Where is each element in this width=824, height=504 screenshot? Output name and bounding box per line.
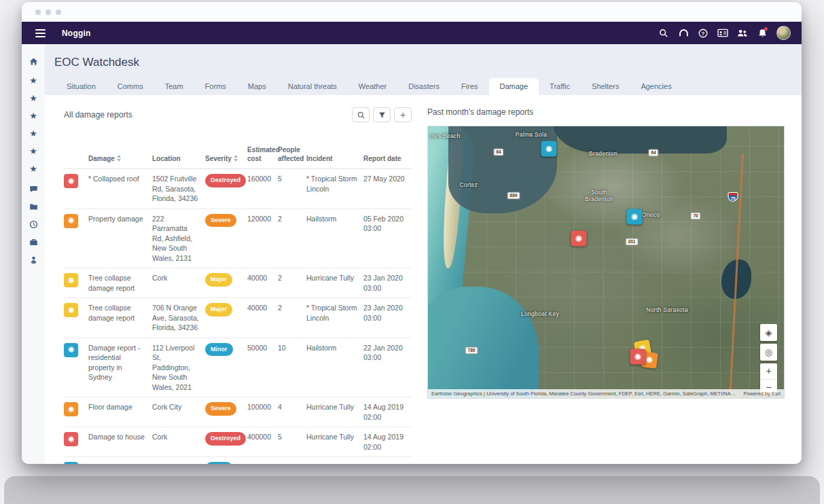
filter-icon: [378, 111, 386, 119]
menu-icon[interactable]: [35, 29, 46, 37]
table-row[interactable]: ✺Garage door damage reportCorkMinor10004…: [64, 457, 412, 464]
svg-text:?: ?: [702, 30, 705, 36]
tab-panel-damage: All damage reports +: [45, 95, 802, 464]
help-icon[interactable]: ?: [698, 28, 709, 39]
tab-team[interactable]: Team: [154, 78, 194, 95]
map-marker-red[interactable]: ✺: [630, 349, 646, 365]
damage-cell: Property damage: [88, 214, 152, 264]
tab-natural-threats[interactable]: Natural threats: [277, 78, 348, 95]
tab-fires[interactable]: Fires: [450, 78, 488, 95]
table-row[interactable]: ✺* Collapsed roof1502 Fruitville Rd, Sar…: [64, 169, 412, 209]
sidebar-item-briefcase[interactable]: [22, 234, 45, 252]
severity-badge: Destroyed: [205, 432, 246, 446]
map-marker-teal[interactable]: ✺: [541, 141, 557, 157]
table-row[interactable]: ✺Floor damageCork CitySevere1000004Hurri…: [64, 397, 412, 427]
map-place-label: Longboat Key: [521, 310, 559, 317]
tab-shelters[interactable]: Shelters: [581, 78, 630, 95]
map-canvas[interactable]: mes BeachPalma SolaBradentonCortezSouth …: [427, 126, 785, 399]
sidebar-item-star-2[interactable]: ★: [22, 89, 45, 107]
burst-icon: ✺: [645, 355, 653, 365]
powered-by-text: Powered by Esri: [743, 391, 781, 397]
sidebar-item-clock[interactable]: [22, 217, 45, 234]
cost-cell: 400000: [247, 432, 278, 452]
burst-icon: ✺: [631, 213, 639, 221]
people-affected-cell: 5: [278, 432, 306, 452]
severity-cell: Destroyed: [205, 174, 247, 204]
damage-icon-cell: ✺: [64, 214, 88, 264]
burst-icon: ✺: [67, 306, 74, 314]
column-header-severity[interactable]: Severity: [205, 154, 247, 163]
map-marker-teal[interactable]: ✺: [627, 209, 643, 225]
tab-bar: SituationCommsTeamFormsMapsNatural threa…: [45, 78, 802, 95]
tab-agencies[interactable]: Agencies: [630, 78, 682, 95]
damage-type-icon: ✺: [64, 343, 78, 357]
severity-badge: Major: [205, 273, 232, 287]
sidebar-item-chat[interactable]: [22, 181, 45, 199]
window-dot: [35, 10, 41, 15]
tab-traffic[interactable]: Traffic: [539, 78, 581, 95]
sidebar-item-folder[interactable]: [22, 199, 45, 217]
map-marker-red[interactable]: ✺: [571, 231, 587, 247]
location-cell: Cork: [152, 432, 205, 452]
severity-cell: Minor: [205, 343, 247, 393]
route-shield: 70: [690, 212, 700, 219]
map-place-label: Oneco: [642, 211, 660, 218]
column-header-incident: Incident: [306, 154, 363, 163]
tab-disasters[interactable]: Disasters: [397, 78, 450, 95]
sidebar-item-star-6[interactable]: ★: [22, 160, 45, 177]
search-button[interactable]: [352, 107, 370, 122]
column-label: People affected: [278, 145, 304, 163]
damage-type-icon: ✺: [64, 462, 78, 464]
avatar[interactable]: [776, 26, 791, 40]
column-header-damage[interactable]: Damage: [88, 154, 152, 163]
contact-card-icon[interactable]: [717, 28, 728, 39]
people-icon[interactable]: [737, 28, 748, 39]
severity-cell: Severe: [205, 402, 247, 422]
table-row[interactable]: ✺Damage to houseCorkDestroyed4000005Hurr…: [64, 427, 412, 457]
tab-maps[interactable]: Maps: [237, 78, 277, 95]
map-water-sarasota-bay: [427, 287, 539, 399]
incident-cell: Hurricane Tully: [306, 273, 363, 293]
add-report-button[interactable]: +: [394, 107, 412, 122]
window-titlebar: [22, 2, 802, 22]
tab-situation[interactable]: Situation: [56, 78, 107, 95]
headset-icon[interactable]: [678, 28, 689, 39]
severity-cell: Major: [205, 303, 247, 333]
tab-comms[interactable]: Comms: [107, 78, 154, 95]
locate-button[interactable]: ◎: [760, 344, 777, 361]
app-navbar: Noggin ?: [22, 22, 802, 44]
severity-cell: Minor: [205, 462, 247, 464]
route-shield: 789: [465, 346, 478, 354]
sidebar-item-home[interactable]: [22, 54, 45, 71]
tab-damage[interactable]: Damage: [489, 78, 539, 95]
damage-cell: Floor damage: [88, 402, 152, 422]
severity-badge: Severe: [205, 402, 236, 416]
table-row[interactable]: ✺Tree collapse damage reportCorkMajor400…: [64, 268, 412, 298]
column-label: Estimated cost: [247, 145, 280, 163]
report-date-cell: 22 Jan 2020 03:00: [363, 343, 412, 393]
incident-cell: * Tropical Storm Lincoln: [306, 174, 363, 204]
sidebar-item-star-5[interactable]: ★: [22, 142, 45, 160]
bell-icon[interactable]: [757, 28, 768, 39]
table-row[interactable]: ✺Damage report - residential property in…: [64, 338, 412, 398]
sidebar-item-star-1[interactable]: ★: [22, 71, 45, 89]
left-icon-rail: ★★★★★★: [22, 44, 45, 464]
table-row[interactable]: ✺Tree collapse damage report706 N Orange…: [64, 298, 412, 338]
search-icon[interactable]: [658, 28, 669, 39]
filter-button[interactable]: [373, 107, 391, 122]
tab-weather[interactable]: Weather: [348, 78, 397, 95]
damage-type-icon: ✺: [64, 273, 78, 287]
tab-forms[interactable]: Forms: [194, 78, 237, 95]
sidebar-item-star-4[interactable]: ★: [22, 124, 45, 142]
damage-type-icon: ✺: [64, 432, 78, 446]
sidebar-item-star-3[interactable]: ★: [22, 107, 45, 124]
damage-type-icon: ✺: [64, 402, 78, 416]
route-shield: 684: [507, 192, 520, 199]
sidebar-item-person[interactable]: [22, 252, 45, 270]
location-cell: 112 Liverpool St, Paddington, New South …: [152, 343, 205, 393]
basemap-button[interactable]: ◈: [760, 324, 777, 341]
column-header-location: Location: [152, 154, 205, 163]
zoom-in-button[interactable]: +: [760, 363, 777, 379]
table-row[interactable]: ✺Property damage222 Parramatta Rd, Ashfi…: [64, 209, 412, 269]
damage-type-icon: ✺: [64, 303, 78, 317]
